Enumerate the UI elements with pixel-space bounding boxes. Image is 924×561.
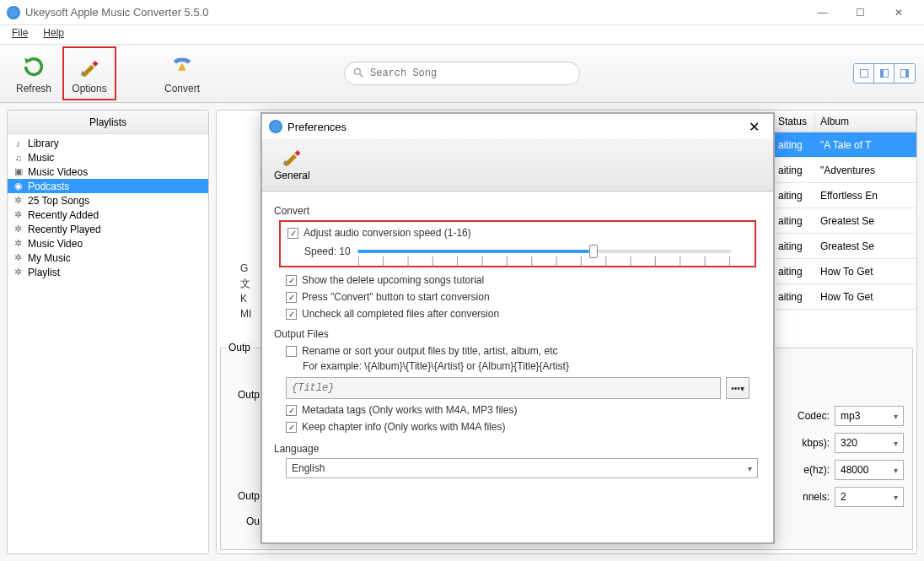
playlist-item-my-music[interactable]: ✲My Music — [8, 251, 208, 265]
preferences-dialog: Preferences ✕ General Convert Adjust aud… — [261, 112, 775, 544]
table-row[interactable]: aiting"A Tale of T — [773, 132, 916, 158]
speed-value-label: Speed: 10 — [304, 245, 351, 257]
table-row[interactable]: aitingHow To Get — [773, 284, 916, 310]
pref-close-button[interactable]: ✕ — [742, 117, 766, 137]
playlist-label: Recently Added — [28, 209, 99, 221]
playlist-label: 25 Top Songs — [28, 195, 89, 207]
playlist-item-podcasts[interactable]: ◉Podcasts — [8, 179, 208, 193]
cell-status: aiting — [773, 165, 815, 176]
playlist-item-playlist[interactable]: ✲Playlist — [8, 265, 208, 279]
partial-text-behind: G 文 K MI — [240, 261, 251, 321]
gear-icon: ✲ — [13, 209, 24, 220]
playlist-item-music-video[interactable]: ✲Music Video — [8, 236, 208, 251]
output-panel-title: Outp — [226, 342, 253, 353]
cell-status: aiting — [773, 266, 815, 278]
playlist-item-music-videos[interactable]: ▣Music Videos — [8, 165, 208, 179]
section-convert: Convert — [274, 205, 761, 217]
playlist-label: Music Videos — [28, 166, 88, 178]
menubar: File Help — [0, 25, 924, 44]
playlist-item-recently-played[interactable]: ✲Recently Played — [8, 222, 208, 236]
speed-highlight-box: Adjust audio conversion speed (1-16) Spe… — [279, 220, 756, 267]
channels-select[interactable]: 2 — [835, 487, 904, 507]
window-title: Ukeysoft Apple Music Converter 5.5.0 — [25, 6, 803, 19]
playlist-item-music[interactable]: ♫Music — [8, 150, 208, 165]
refresh-icon — [20, 53, 47, 80]
convert-button[interactable]: Convert — [157, 48, 207, 99]
app-icon — [7, 6, 20, 19]
search-input[interactable] — [344, 62, 580, 85]
language-select[interactable]: English — [286, 458, 758, 478]
pref-title: Preferences — [287, 121, 346, 133]
uncheck-completed-checkbox[interactable] — [286, 309, 297, 320]
playlist-label: Podcasts — [28, 181, 69, 192]
col-status[interactable]: Status — [773, 112, 815, 132]
output-label-1: Outp — [228, 389, 260, 401]
section-language: Language — [274, 443, 761, 455]
adjust-speed-checkbox[interactable] — [287, 228, 298, 239]
samplerate-select[interactable]: 48000 — [835, 460, 904, 480]
convert-icon — [169, 53, 196, 80]
close-button[interactable]: ✕ — [879, 1, 917, 24]
toolbar: Refresh Options Convert — [0, 44, 924, 103]
search-icon — [352, 67, 364, 78]
cell-status: aiting — [773, 139, 815, 151]
chapter-checkbox[interactable] — [286, 422, 297, 433]
menu-help[interactable]: Help — [36, 25, 71, 44]
rename-pattern-input[interactable] — [286, 377, 721, 399]
music-icon: ♫ — [13, 152, 24, 163]
gear-icon: ✲ — [13, 238, 24, 249]
metadata-checkbox[interactable] — [286, 405, 297, 416]
playlist-item-recently-added[interactable]: ✲Recently Added — [8, 208, 208, 222]
minimize-button[interactable]: — — [803, 1, 841, 24]
gear-icon: ✲ — [13, 252, 24, 263]
col-album[interactable]: Album — [815, 112, 916, 132]
rename-checkbox[interactable] — [286, 346, 297, 357]
playlist-label: Playlist — [28, 267, 60, 278]
songs-table: Status Album aiting"A Tale of Taiting"Ad… — [773, 112, 916, 310]
view-mode-1[interactable] — [854, 64, 874, 83]
channels-label: nnels: — [803, 491, 830, 503]
search-container — [344, 62, 580, 85]
cell-album: How To Get — [815, 266, 916, 278]
bitrate-label: kbps): — [802, 437, 830, 449]
options-button[interactable]: Options — [64, 48, 115, 99]
codec-select[interactable]: mp3 — [835, 406, 904, 426]
rename-token-button[interactable]: •••▾ — [726, 377, 749, 399]
pref-tab-general[interactable]: General — [269, 143, 315, 187]
cell-status: aiting — [773, 190, 815, 202]
cell-album: "Adventures — [815, 165, 916, 176]
cell-album: "A Tale of T — [815, 139, 916, 151]
menu-file[interactable]: File — [5, 25, 35, 44]
section-output: Output Files — [274, 328, 761, 340]
cell-status: aiting — [773, 291, 815, 303]
titlebar: Ukeysoft Apple Music Converter 5.5.0 — ☐… — [0, 0, 924, 25]
table-row[interactable]: aitingEffortless En — [773, 183, 916, 208]
table-row[interactable]: aitingGreatest Se — [773, 234, 916, 259]
show-tutorial-label: Show the delete upcoming songs tutorial — [302, 274, 484, 286]
playlist-label: My Music — [28, 252, 71, 264]
speed-slider[interactable]: |||||||||||||||| — [357, 250, 731, 253]
maximize-button[interactable]: ☐ — [841, 1, 879, 24]
bitrate-select[interactable]: 320 — [835, 433, 904, 453]
table-row[interactable]: aiting"Adventures — [773, 158, 916, 183]
show-tutorial-checkbox[interactable] — [286, 275, 297, 286]
playlist-item-library[interactable]: ♪Library — [8, 136, 208, 150]
table-row[interactable]: aitingHow To Get — [773, 259, 916, 284]
adjust-speed-label: Adjust audio conversion speed (1-16) — [304, 227, 471, 239]
playlist-label: Library — [28, 138, 59, 149]
playlist-label: Recently Played — [28, 224, 101, 235]
samplerate-label: e(hz): — [803, 464, 830, 476]
cell-album: Greatest Se — [815, 240, 916, 252]
refresh-button[interactable]: Refresh — [8, 48, 59, 99]
svg-line-1 — [360, 74, 363, 78]
view-mode-3[interactable] — [894, 64, 915, 83]
options-highlight: Options — [62, 46, 116, 100]
playlist-item-25-top-songs[interactable]: ✲25 Top Songs — [8, 193, 208, 208]
table-row[interactable]: aitingGreatest Se — [773, 208, 916, 234]
press-convert-checkbox[interactable] — [286, 292, 297, 303]
chapter-label: Keep chapter info (Only works with M4A f… — [302, 421, 505, 433]
cell-status: aiting — [773, 215, 815, 227]
gear-pencil-icon — [280, 144, 304, 168]
options-label: Options — [72, 83, 106, 94]
view-mode-2[interactable] — [874, 64, 894, 83]
